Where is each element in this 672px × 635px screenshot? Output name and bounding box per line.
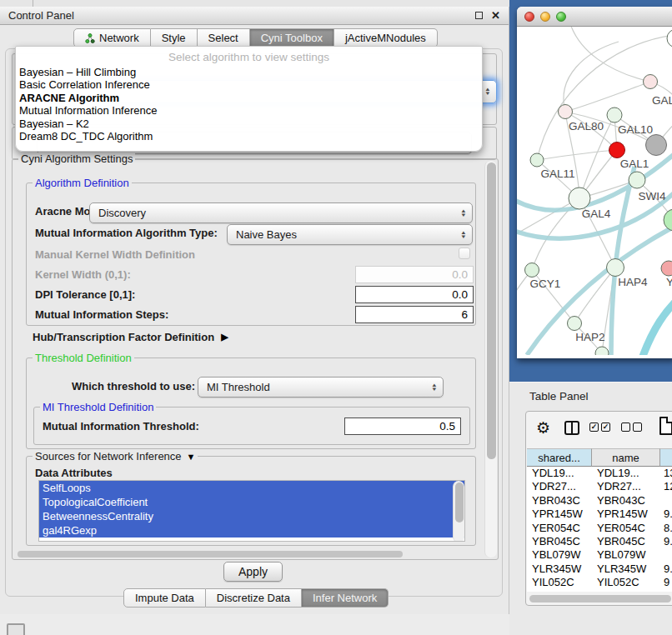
- node-label: GAL1: [620, 158, 649, 170]
- zoom-window-icon[interactable]: [556, 12, 566, 22]
- tab-cyni-toolbox[interactable]: Cyni Toolbox: [250, 28, 334, 48]
- mi-threshold-title: MI Threshold Definition: [40, 401, 156, 413]
- mi-type-label: Mutual Information Algorithm Type:: [35, 227, 218, 239]
- tab-style[interactable]: Style: [151, 28, 198, 48]
- which-threshold-combobox[interactable]: MI Threshold ▲▼: [198, 377, 444, 398]
- tab-infer-network[interactable]: Infer Network: [302, 588, 389, 608]
- algorithm-list-item[interactable]: Mutual Information Inference: [16, 104, 482, 117]
- tab-network[interactable]: Network: [73, 28, 151, 48]
- deselect-checkbox-icon[interactable]: [621, 422, 630, 432]
- float-panel-icon[interactable]: [475, 12, 483, 19]
- node-label: GAL: [652, 94, 672, 107]
- node-gal11[interactable]: [530, 153, 544, 167]
- minimize-window-icon[interactable]: [540, 12, 550, 22]
- node-hap2[interactable]: [568, 317, 582, 331]
- tab-jactivemnodules[interactable]: jActiveMNodules: [334, 28, 438, 48]
- column-header-name[interactable]: name: [592, 448, 660, 467]
- node-green-right[interactable]: [664, 209, 672, 231]
- network-view-window: GAL GAL80 GAL10 GAL1 GAL11 SWI4 GAL4 GCY…: [517, 7, 672, 358]
- table-row[interactable]: YER054C YER054C 8.: [527, 522, 672, 535]
- node-gray[interactable]: [646, 135, 667, 156]
- close-icon[interactable]: ✕: [491, 12, 500, 20]
- table-row[interactable]: YDR27... YDR27... 12: [527, 480, 672, 493]
- node-gcy1[interactable]: [525, 263, 539, 278]
- table-row[interactable]: YIL052C YIL052C 9: [527, 576, 672, 589]
- algorithm-list-item[interactable]: Basic Correlation Inference: [16, 78, 482, 91]
- table-toolbar: ⚙ ✓ ✓: [526, 412, 672, 447]
- control-panel-tabbar: Network Style Select Cyni Toolbox jActiv…: [73, 28, 438, 48]
- node-label: GAL80: [569, 120, 604, 132]
- manual-kernel-checkbox[interactable]: [459, 248, 470, 259]
- node-unlabeled-top[interactable]: [667, 29, 672, 48]
- attribute-item[interactable]: BetweennessCentrality: [39, 509, 464, 523]
- settings-group-title: Cyni Algorithm Settings: [18, 152, 135, 165]
- top-strip: [0, 0, 509, 7]
- column-header-partial[interactable]: A: [660, 448, 672, 467]
- sources-group: Sources for Network Inference ▼ Data Att…: [26, 456, 476, 546]
- attribute-item[interactable]: gal4RGexp: [39, 523, 464, 538]
- tab-impute-data[interactable]: Impute Data: [123, 588, 206, 608]
- expand-right-icon: ▶: [221, 332, 228, 342]
- table-row[interactable]: YBR043C YBR043C: [527, 494, 672, 508]
- node-gal-top[interactable]: [644, 75, 658, 89]
- column-header-shared-name[interactable]: shared...: [527, 448, 592, 467]
- node-gal4[interactable]: [569, 188, 590, 209]
- column-layout-icon[interactable]: [564, 421, 579, 435]
- attribute-item[interactable]: SelfLoops: [39, 481, 464, 495]
- network-canvas[interactable]: GAL GAL80 GAL10 GAL1 GAL11 SWI4 GAL4 GCY…: [517, 27, 672, 355]
- node-label: GAL10: [618, 123, 653, 136]
- node-label: GCY1: [530, 278, 561, 290]
- algorithm-list-item[interactable]: Bayesian – K2: [16, 118, 482, 130]
- sources-group-title[interactable]: Sources for Network Inference ▼: [33, 450, 198, 462]
- deselect-checkbox-icon[interactable]: [633, 422, 642, 432]
- attribute-list-scrollbar[interactable]: [453, 481, 464, 542]
- node-swi4[interactable]: [629, 172, 645, 188]
- node-hap4[interactable]: [607, 259, 624, 277]
- export-table-icon[interactable]: [659, 417, 672, 435]
- aracne-mode-combobox[interactable]: Discovery ▲▼: [89, 202, 473, 223]
- network-graph: GAL GAL80 GAL10 GAL1 GAL11 SWI4 GAL4 GCY…: [517, 27, 672, 355]
- table-header: shared... name A: [527, 448, 672, 467]
- tab-discretize-data[interactable]: Discretize Data: [206, 588, 302, 608]
- threshold-definition-title: Threshold Definition: [33, 352, 134, 364]
- mi-threshold-group: MI Threshold Definition Mutual Informati…: [33, 407, 470, 445]
- node-gal1-selected[interactable]: [609, 142, 625, 158]
- bottom-tabbar: Impute Data Discretize Data Infer Networ…: [123, 588, 389, 608]
- node-salmon-right[interactable]: [661, 261, 672, 276]
- table-row[interactable]: YPR145W YPR145W 9.: [527, 508, 672, 521]
- hub-definition-expander[interactable]: Hub/Transcription Factor Definition ▶: [33, 331, 228, 343]
- select-all-checkbox-icon[interactable]: ✓: [601, 422, 610, 432]
- close-window-icon[interactable]: [524, 12, 534, 22]
- mi-steps-field[interactable]: 6: [355, 306, 474, 323]
- minimized-panel-icon[interactable]: [7, 623, 25, 635]
- tab-select[interactable]: Select: [198, 28, 250, 48]
- node-gal10[interactable]: [607, 108, 622, 122]
- gear-icon[interactable]: ⚙: [536, 418, 550, 438]
- which-threshold-label: Which threshold to use:: [72, 380, 195, 392]
- table-row[interactable]: YDL19... YDL19... 13: [527, 467, 672, 480]
- table-row[interactable]: YBL079W YBL079W: [527, 548, 672, 562]
- node-gal80[interactable]: [559, 105, 573, 119]
- table-horizontal-scrollbar[interactable]: [529, 595, 671, 602]
- divider: [33, 0, 33, 7]
- dpi-tolerance-field[interactable]: 0.0: [355, 286, 474, 303]
- settings-vertical-scrollbar[interactable]: [484, 161, 497, 558]
- node-label: Y: [666, 276, 672, 288]
- kernel-width-label: Kernel Width (0,1):: [35, 268, 131, 281]
- table-row[interactable]: YBR045C YBR045C 9.: [527, 535, 672, 548]
- node-label: HAP4: [618, 276, 648, 288]
- network-window-titlebar: [517, 7, 672, 27]
- algorithm-list-item[interactable]: ARACNE Algorithm: [16, 92, 482, 104]
- select-all-checkbox-icon[interactable]: ✓: [589, 422, 599, 432]
- kernel-width-field: 0.0: [355, 266, 474, 283]
- mi-type-combobox[interactable]: Naive Bayes ▲▼: [227, 224, 473, 245]
- algorithm-list-item[interactable]: Bayesian – Hill Climbing: [16, 66, 482, 78]
- apply-button[interactable]: Apply: [223, 562, 283, 582]
- mi-threshold-label: Mutual Information Threshold:: [43, 420, 199, 432]
- algorithm-list-item[interactable]: Dream8 DC_TDC Algorithm: [16, 130, 482, 142]
- node-table: shared... name A YDL19... YDL19... 13: [527, 448, 672, 592]
- table-row[interactable]: YLR345W YLR345W 9.: [527, 562, 672, 576]
- mi-threshold-field[interactable]: 0.5: [344, 418, 461, 435]
- attribute-item[interactable]: TopologicalCoefficient: [39, 495, 464, 509]
- settings-horizontal-scrollbar[interactable]: [18, 551, 403, 558]
